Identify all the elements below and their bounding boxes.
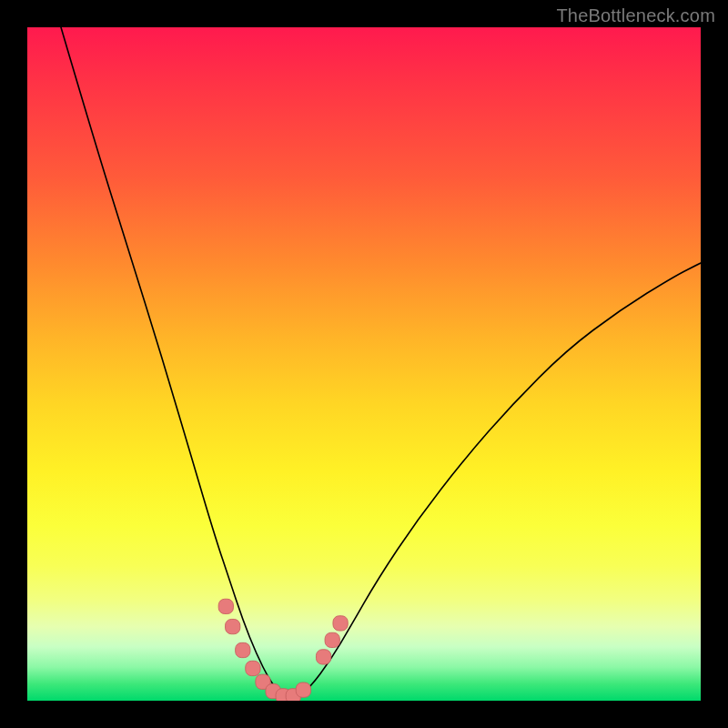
curve-marker [246,661,260,675]
curve-marker [316,650,330,664]
chart-frame: TheBottleneck.com [0,0,728,728]
curve-marker [296,682,310,697]
curve-marker [333,616,348,631]
bottleneck-curve-line [61,27,701,697]
curve-marker [218,599,233,613]
bottleneck-chart [27,27,701,701]
curve-marker [236,642,250,657]
curve-markers [218,599,348,701]
curve-marker [226,619,240,633]
plot-area [27,27,701,701]
watermark-text: TheBottleneck.com [556,5,715,26]
curve-marker [325,632,339,647]
